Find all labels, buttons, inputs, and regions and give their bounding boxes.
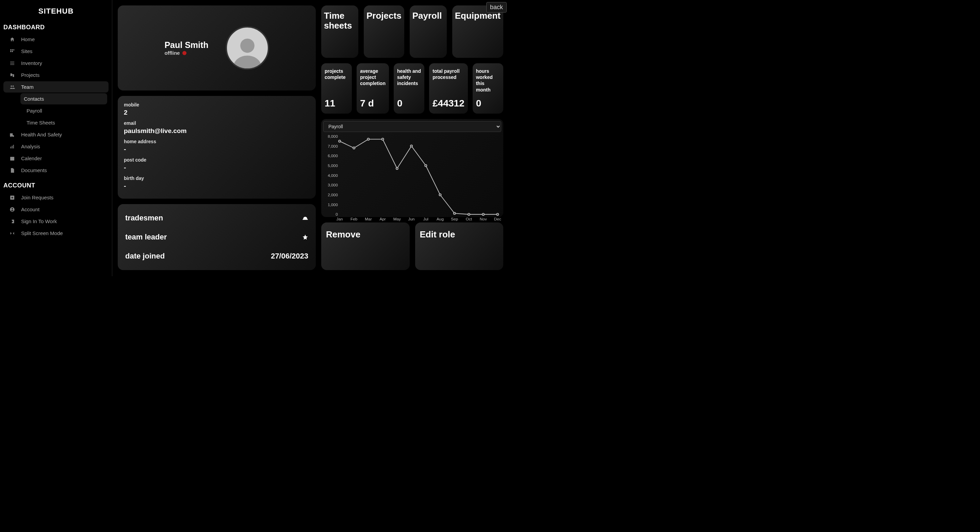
svg-point-50 xyxy=(482,213,484,215)
svg-point-40 xyxy=(339,140,340,142)
split-icon xyxy=(10,230,15,236)
svg-point-17 xyxy=(11,208,13,210)
hardhat-icon xyxy=(302,215,308,221)
role-teamleader: team leader xyxy=(125,233,167,241)
nav-timesheets[interactable]: Time Sheets xyxy=(3,117,108,128)
svg-text:0: 0 xyxy=(336,212,338,216)
star-icon xyxy=(302,234,308,240)
tab-timesheets[interactable]: Time sheets xyxy=(321,5,358,58)
section-account: ACCOUNT xyxy=(0,180,112,191)
payroll-chart: 01,0002,0003,0004,0005,0006,0007,0008,00… xyxy=(323,132,501,224)
chart-select[interactable]: Payroll xyxy=(323,121,501,132)
team-icon xyxy=(10,84,15,90)
svg-text:Jun: Jun xyxy=(408,217,415,221)
nav-sites[interactable]: Sites xyxy=(3,46,108,57)
nav-contacts[interactable]: Contacts xyxy=(21,93,107,105)
svg-text:Jan: Jan xyxy=(337,217,343,221)
profile-status: offline xyxy=(164,50,208,56)
svg-rect-0 xyxy=(10,49,11,50)
user-circle-icon xyxy=(10,207,15,212)
stat-hours: hours worked this month 0 xyxy=(473,63,503,114)
date-joined-value: 27/06/2023 xyxy=(271,252,308,260)
svg-text:Sep: Sep xyxy=(451,217,458,221)
date-joined-label: date joined xyxy=(125,252,165,260)
svg-text:3,000: 3,000 xyxy=(328,183,338,187)
svg-rect-3 xyxy=(10,51,11,52)
nav-team[interactable]: Team xyxy=(3,81,108,92)
profile-card: Paul Smith offline xyxy=(118,5,316,91)
projects-icon xyxy=(10,73,15,78)
edit-role-button[interactable]: Edit role xyxy=(415,222,504,270)
svg-rect-5 xyxy=(10,62,14,62)
svg-point-9 xyxy=(13,86,14,87)
svg-point-48 xyxy=(453,212,455,214)
nav-calendar[interactable]: Calender xyxy=(3,153,108,164)
stat-incidents: health and safety incidents 0 xyxy=(394,63,424,114)
nav-payroll[interactable]: Payroll xyxy=(3,105,108,116)
postcode-label: post code xyxy=(124,157,310,163)
svg-text:6,000: 6,000 xyxy=(328,153,338,158)
nav-home[interactable]: Home xyxy=(3,34,108,45)
tab-projects[interactable]: Projects xyxy=(364,5,404,58)
home-icon xyxy=(10,37,15,42)
nav-splitscreen[interactable]: Split Screen Mode xyxy=(3,227,108,239)
svg-text:Apr: Apr xyxy=(380,217,386,221)
back-button[interactable]: back xyxy=(486,2,507,13)
action-row: Remove Edit role xyxy=(321,222,503,270)
signin-icon xyxy=(10,219,15,224)
birthday-value: - xyxy=(124,182,310,190)
role-card: tradesmen team leader date joined 27/06/… xyxy=(118,204,316,270)
stat-avg-completion: average project completion 7 d xyxy=(356,63,389,114)
plus-square-icon xyxy=(10,195,15,200)
svg-text:Jul: Jul xyxy=(423,217,428,221)
svg-rect-14 xyxy=(10,157,14,158)
svg-text:Feb: Feb xyxy=(350,217,358,221)
address-label: home address xyxy=(124,139,310,144)
svg-text:5,000: 5,000 xyxy=(328,163,338,168)
calendar-icon xyxy=(10,156,15,161)
mobile-value: 2 xyxy=(124,109,310,116)
tab-row: Time sheets Projects Payroll Equipment xyxy=(321,5,503,58)
remove-button[interactable]: Remove xyxy=(321,222,410,270)
svg-point-42 xyxy=(367,138,369,140)
svg-point-41 xyxy=(353,147,355,149)
nav-projects[interactable]: Projects xyxy=(3,69,108,81)
nav-documents[interactable]: Documents xyxy=(3,165,108,176)
nav-join-requests[interactable]: Join Requests xyxy=(3,192,108,203)
section-dashboard: DASHBOARD xyxy=(0,22,112,33)
svg-point-8 xyxy=(11,86,12,87)
nav-health[interactable]: Health And Safety xyxy=(3,129,108,140)
person-icon xyxy=(231,34,264,68)
svg-rect-2 xyxy=(13,49,14,50)
svg-text:Aug: Aug xyxy=(437,217,444,221)
chart-icon xyxy=(10,144,15,149)
svg-text:8,000: 8,000 xyxy=(328,134,338,138)
svg-point-45 xyxy=(410,145,412,147)
svg-text:May: May xyxy=(393,217,401,221)
nav-inventory[interactable]: Inventory xyxy=(3,57,108,69)
svg-point-43 xyxy=(382,138,383,140)
svg-text:1,000: 1,000 xyxy=(328,202,338,207)
nav-account[interactable]: Account xyxy=(3,204,108,215)
main-content: Paul Smith offline mobile 2 email paulsm… xyxy=(112,0,509,276)
svg-point-49 xyxy=(468,213,470,215)
svg-point-18 xyxy=(240,39,255,53)
nav-analysis[interactable]: Analysis xyxy=(3,141,108,152)
svg-rect-6 xyxy=(10,63,14,63)
tab-equipment[interactable]: Equipment xyxy=(452,5,503,58)
truck-icon xyxy=(10,132,15,137)
nav-signin[interactable]: Sign In To Work xyxy=(3,216,108,227)
details-card: mobile 2 email paulsmith@live.com home a… xyxy=(118,96,316,199)
tab-payroll[interactable]: Payroll xyxy=(410,5,447,58)
svg-rect-11 xyxy=(12,146,13,148)
list-icon xyxy=(10,60,15,66)
profile-name: Paul Smith xyxy=(164,40,208,50)
sites-icon xyxy=(10,49,15,54)
svg-rect-12 xyxy=(13,145,14,148)
svg-text:Dec: Dec xyxy=(494,217,501,221)
svg-rect-10 xyxy=(11,147,11,148)
svg-rect-4 xyxy=(12,51,13,52)
svg-text:Mar: Mar xyxy=(365,217,372,221)
svg-text:Nov: Nov xyxy=(480,217,487,221)
svg-point-47 xyxy=(439,194,441,196)
